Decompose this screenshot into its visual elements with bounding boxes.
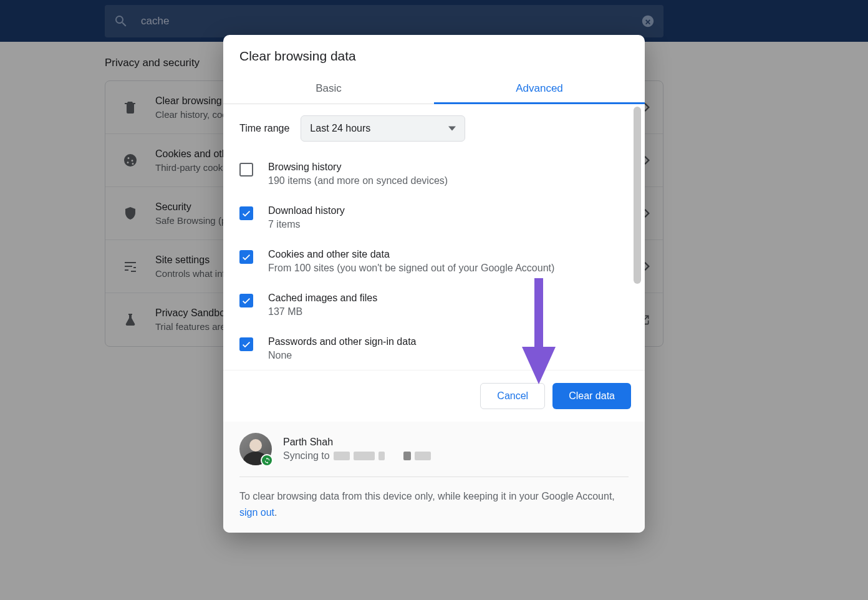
option-cached-images[interactable]: Cached images and files137 MB (239, 288, 629, 331)
option-title: Browsing history (268, 162, 448, 173)
check-icon (241, 252, 251, 262)
footer-before: To clear browsing data from this device … (239, 491, 615, 501)
option-cookies[interactable]: Cookies and other site dataFrom 100 site… (239, 244, 629, 288)
scrollbar[interactable] (634, 107, 641, 284)
option-sub: 137 MB (268, 306, 377, 317)
dialog-title: Clear browsing data (223, 35, 645, 74)
option-sub: From 100 sites (you won't be signed out … (268, 263, 554, 274)
modal-overlay: Clear browsing data Basic Advanced Time … (0, 0, 868, 600)
avatar-wrap (239, 433, 272, 465)
check-icon (241, 339, 251, 349)
option-sub: 190 items (and more on synced devices) (268, 175, 448, 186)
redacted-text (334, 452, 350, 460)
footer-text: To clear browsing data from this device … (239, 488, 629, 520)
dialog-body[interactable]: Time range Last 24 hours Browsing histor… (223, 104, 645, 370)
dialog-actions: Cancel Clear data (223, 370, 645, 422)
check-icon (241, 296, 251, 306)
redacted-text (403, 452, 411, 460)
option-title: Cached images and files (268, 293, 377, 304)
checkbox[interactable] (239, 294, 253, 307)
tab-basic[interactable]: Basic (223, 74, 434, 104)
time-range-select[interactable]: Last 24 hours (301, 115, 465, 142)
time-range-label: Time range (239, 123, 289, 134)
account-name: Parth Shah (283, 437, 431, 448)
option-download-history[interactable]: Download history7 items (239, 200, 629, 244)
checkbox[interactable] (239, 206, 253, 220)
option-sub: None (268, 350, 416, 361)
option-passwords[interactable]: Passwords and other sign-in dataNone (239, 331, 629, 370)
sync-badge-icon (261, 454, 273, 467)
sync-prefix: Syncing to (283, 450, 330, 462)
redacted-text (379, 452, 385, 460)
cancel-button[interactable]: Cancel (480, 383, 545, 409)
clear-data-button[interactable]: Clear data (552, 383, 631, 409)
option-title: Download history (268, 205, 345, 216)
checkbox[interactable] (239, 337, 253, 351)
option-title: Cookies and other site data (268, 249, 554, 260)
account-section: Parth Shah Syncing to To clear (223, 422, 645, 533)
footer-after: . (274, 507, 277, 518)
option-title: Passwords and other sign-in data (268, 336, 416, 347)
clear-browsing-data-dialog: Clear browsing data Basic Advanced Time … (223, 35, 645, 533)
account-sync-status: Syncing to (283, 450, 431, 462)
sign-out-link[interactable]: sign out (239, 507, 274, 518)
time-range-value: Last 24 hours (310, 123, 370, 134)
chevron-down-icon (448, 125, 456, 132)
redacted-text (415, 452, 431, 460)
option-sub: 7 items (268, 219, 345, 230)
dialog-tabs: Basic Advanced (223, 74, 645, 104)
redacted-text (354, 452, 375, 460)
checkbox[interactable] (239, 163, 253, 177)
tab-advanced[interactable]: Advanced (434, 74, 645, 104)
checkbox[interactable] (239, 250, 253, 264)
check-icon (241, 208, 251, 218)
option-browsing-history[interactable]: Browsing history190 items (and more on s… (239, 157, 629, 200)
